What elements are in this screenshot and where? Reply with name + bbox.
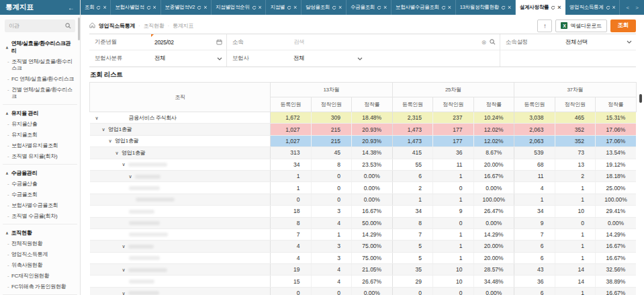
tab-보종별업적V2[interactable]: 보종별업적V2× [161,0,212,15]
tree-expand-icon[interactable]: ∨ [129,174,132,179]
tab-label: 달성율조회 [306,4,330,11]
tab-refresh-icon[interactable] [551,5,555,10]
tab-close-icon[interactable]: × [448,5,451,11]
breadcrumb-separator: · [138,23,140,29]
tree-expand-icon[interactable]: ∨ [116,151,119,155]
tab-13차월정착률현황[interactable]: 13차월정착률현황× [456,0,516,15]
sidebar-section-header[interactable]: ∧유지율 관리 [3,106,77,119]
sidebar-section-header[interactable]: ∧수금율관리 [3,166,77,179]
tab-보험사별업적[interactable]: 보험사별업적× [111,0,160,15]
toolbar: ↑ X 엑셀다운로드 조회 [537,19,636,32]
retention-rate-cell: 0.00% [352,194,393,205]
org-cell: ∨ [90,170,271,181]
insurer-select[interactable]: 전체 [290,50,500,67]
sidebar-item-FC위해촉 가동인원현황[interactable]: FC위해촉 가동인원현황 [3,282,77,292]
search-icon[interactable] [490,39,496,45]
affiliation-search-input[interactable]: 검색 ⊗ [290,34,500,50]
tab-달성율조회[interactable]: 달성율조회× [302,0,347,15]
tree-expand-icon[interactable]: ∨ [122,244,126,249]
tab-close-icon[interactable]: × [383,5,387,11]
tab-refresh-icon[interactable] [606,5,610,10]
clear-icon[interactable]: ⊗ [481,39,486,46]
sidebar-item-조직별 유지율(회차)[interactable]: 조직별 유지율(회차) [3,151,77,162]
tab-prev-icon[interactable]: < [626,5,629,11]
sidebar-scrollbar[interactable] [78,17,80,40]
tab-지점별업적순위[interactable]: 지점별업적순위× [212,0,266,15]
sidebar-item-수금율조회[interactable]: 수금율조회 [3,189,77,200]
base-month-field[interactable]: 2025/02 [151,34,227,50]
calendar-icon[interactable] [216,39,222,45]
tab-close-icon[interactable]: × [153,5,156,11]
sidebar-item-FC 연체/실효율/환수리스크[interactable]: FC 연체/실효율/환수리스크 [3,74,77,85]
tab-보험사별수금율조회[interactable]: 보험사별수금율조회× [392,0,456,15]
table-scrollbar-thumb[interactable] [639,94,642,103]
tab-영업직소득통계[interactable]: 영업직소득통계× [565,0,620,15]
search-button[interactable]: 조회 [610,19,636,32]
headcount-cell: 11 [433,159,474,170]
tab-close-icon[interactable]: × [203,5,207,11]
tree-expand-icon[interactable]: ∨ [122,291,126,295]
sidebar-collapse-icon[interactable]: ← [68,4,75,11]
tab-refresh-icon[interactable] [252,5,257,10]
org-cell [90,206,271,217]
scroll-top-button[interactable]: ↑ [537,19,552,32]
sidebar-item-영업직소득통계[interactable]: 영업직소득통계 [3,249,77,260]
tree-expand-icon[interactable]: ∨ [109,138,112,143]
tree-expand-icon[interactable]: ∨ [102,127,105,132]
tree-expand-icon[interactable]: ∨ [122,267,126,272]
tab-refresh-icon[interactable] [287,5,291,10]
sidebar-item-FC재직인원현황[interactable]: FC재직인원현황 [3,271,77,282]
sidebar-item-전체직원현황[interactable]: 전체직원현황 [3,239,77,249]
retention-rate-cell: 100.00% [596,194,637,205]
tab-close-icon[interactable]: × [612,5,616,11]
redacted-org-name [129,280,154,284]
sidebar-item-위촉사원현황[interactable]: 위촉사원현황 [3,260,77,271]
tab-close-icon[interactable]: × [103,5,106,11]
sidebar-item-건별 연체/실효율/환수리스크[interactable]: 건별 연체/실효율/환수리스크 [3,85,77,102]
tab-수금율조회[interactable]: 수금율조회× [347,0,392,15]
tab-refresh-icon[interactable] [197,5,201,10]
sidebar-item-보험사별수금율조회[interactable]: 보험사별수금율조회 [3,200,77,211]
tab-close-icon[interactable]: × [557,5,561,11]
sidebar-header: 통계지표 ← [0,0,80,15]
tree-expand-icon[interactable]: ∨ [95,116,99,120]
sidebar-section-header[interactable]: ∧연체/실효율/환수리스크관리 [3,36,77,56]
sidebar-search-input[interactable]: 이관 [5,19,75,32]
tab-refresh-icon[interactable] [377,5,381,10]
base-month-label: 기준년월 [89,34,151,50]
org-name: 영업1총괄 [108,126,132,132]
tab-refresh-icon[interactable] [96,5,101,10]
tab-close-icon[interactable]: × [259,5,262,11]
tab-refresh-icon[interactable] [332,5,336,10]
sidebar-item-유지율조회[interactable]: 유지율조회 [3,130,77,140]
tab-refresh-icon[interactable] [501,5,506,10]
headcount-cell: 2,063 [514,135,555,146]
sidebar-section-header[interactable]: ∧조직현황 [3,226,77,239]
tab-설계사정착률[interactable]: 설계사정착률× [516,0,565,15]
retention-rate-cell: 13.54% [596,147,637,159]
affiliation-setting-value: 전체선택 [565,38,588,46]
tab-지점별[interactable]: 지점별× [266,0,302,15]
sidebar-item-조직별 연체/실효율/환수리스크[interactable]: 조직별 연체/실효율/환수리스크 [3,56,77,74]
tree-expand-icon[interactable]: ∨ [122,162,126,167]
tab-close-icon[interactable]: × [338,5,342,11]
tab-refresh-icon[interactable] [441,5,446,10]
sidebar-item-보험사별유지율조회[interactable]: 보험사별유지율조회 [3,140,77,151]
tab-close-icon[interactable]: × [293,5,297,11]
headcount-cell: 10 [433,276,474,287]
retention-rate-cell: 32.56% [596,264,637,276]
tab-refresh-icon[interactable] [146,5,151,10]
retention-rate-cell: 0.00% [596,217,637,228]
sidebar-item-유지율산출[interactable]: 유지율산출 [3,119,77,130]
tab-close-icon[interactable]: × [508,5,511,11]
affiliation-setting-select[interactable]: 전체선택 [562,34,636,50]
excel-download-button[interactable]: X 엑셀다운로드 [555,19,606,32]
insurer-class-select[interactable]: 전체 [151,50,227,67]
headcount-cell: 215 [311,124,352,135]
headcount-cell: 215 [311,135,352,146]
headcount-cell: 2 [392,182,433,194]
tab-조회[interactable]: 조회× [81,0,111,15]
tab-next-icon[interactable]: > [635,5,639,11]
sidebar-item-조직별 수금율(회차)[interactable]: 조직별 수금율(회차) [3,211,77,222]
sidebar-item-수금율산출[interactable]: 수금율산출 [3,179,77,189]
